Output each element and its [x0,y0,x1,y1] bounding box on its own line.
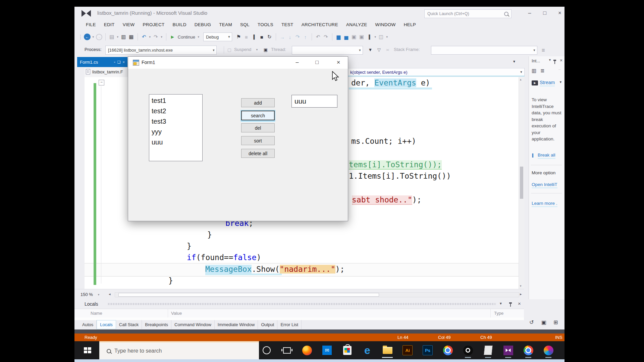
file-explorer-icon[interactable] [382,342,393,358]
scroll-left-icon[interactable]: ◂ [109,292,111,296]
scroll-right-icon[interactable]: ▸ [520,292,522,296]
window-icon[interactable]: ▣ [358,33,365,41]
chevron-down-icon[interactable]: ▾ [97,293,101,296]
debug-config-dropdown[interactable]: Debug▼ [203,33,232,41]
close-button[interactable]: × [333,57,344,67]
chrome-2-icon[interactable] [523,342,534,358]
menu-item-test[interactable]: TEST [277,19,298,30]
listbox[interactable]: test1test2test3yyyuuu [149,94,203,161]
listbox-item[interactable]: yyy [152,127,202,137]
close-icon[interactable]: × [123,60,125,64]
menu-item-help[interactable]: HELP [400,19,420,30]
list-view-icon[interactable]: ≣ [540,68,545,74]
scrollbar-up-icon[interactable]: ▴ [520,78,522,81]
minimize-button[interactable]: – [525,9,534,17]
tab-autos[interactable]: Autos [79,320,97,329]
editor-vertical-scrollbar[interactable]: ▴ ▾ [519,77,524,289]
window-icon[interactable]: ◫ [378,33,385,41]
start-button[interactable] [83,346,93,355]
nav-forward-icon[interactable]: → [96,34,102,40]
taskbar-search-input[interactable] [111,348,259,354]
listbox-item[interactable]: test2 [152,106,202,116]
listbox-item[interactable]: uuu [152,137,202,147]
menu-item-team[interactable]: TEAM [215,19,236,30]
tab-form1-cs[interactable]: Form1.cs ▫ ❑ × [77,57,127,67]
quick-launch-input[interactable] [425,11,504,16]
break-all-link[interactable]: Break all [538,152,555,159]
show-next-icon[interactable]: → [279,33,286,41]
learn-more-link[interactable]: Learn more . [532,200,557,207]
chart-icon[interactable]: ▆ [335,33,342,41]
undo-gray-icon[interactable]: ↶ [315,33,322,41]
menu-item-file[interactable]: FILE [82,19,100,30]
stop-icon[interactable]: ■ [258,33,265,41]
pin-icon[interactable] [510,304,511,307]
pin-icon[interactable] [554,61,555,64]
continue-button[interactable]: Continue [178,35,195,40]
editor-horizontal-scrollbar[interactable] [115,292,519,297]
menu-item-debug[interactable]: DEBUG [191,19,215,30]
filter-funnel-outline-icon[interactable]: ▽ [376,46,382,53]
menu-item-edit[interactable]: EDIT [100,19,119,30]
window-icon[interactable]: ▣ [351,33,358,41]
scrollbar-thumb[interactable] [118,293,379,297]
nav-back-icon[interactable]: ← [84,34,91,40]
tab-locals[interactable]: Locals [97,320,116,329]
close-icon[interactable]: × [560,58,562,63]
menu-item-build[interactable]: BUILD [168,19,190,30]
menu-item-window[interactable]: WINDOW [371,19,400,30]
column-value[interactable]: Value [171,311,182,316]
chevron-down-icon[interactable]: ▼ [559,80,562,84]
column-name[interactable]: Name [91,311,102,316]
close-button[interactable]: × [555,9,565,17]
menu-item-tools[interactable]: TOOLS [254,19,277,30]
del-button[interactable]: del [241,123,275,132]
caret-icon[interactable]: ▾ [385,35,389,39]
float-window-icon[interactable]: ▣ [541,319,546,325]
chrome-icon[interactable] [442,342,453,358]
save-all-icon[interactable]: ▦ [128,33,135,41]
form1-title-bar[interactable]: Form1 – □ × [128,57,348,69]
sort-button[interactable]: sort [241,136,275,145]
menu-item-view[interactable]: VIEW [119,19,139,30]
step-into-icon[interactable]: ↓ [286,33,293,41]
scrollbar-thumb[interactable] [520,167,523,199]
menu-item-analyze[interactable]: ANALYZE [342,19,371,30]
paint3d-icon[interactable] [543,342,554,358]
open-intellitrace-link[interactable]: Open IntelliT [532,182,557,188]
chart-icon[interactable]: ▅ [343,33,350,41]
thread-dropdown[interactable]: ▼ [292,46,363,55]
caret-icon[interactable]: ▾ [148,35,152,39]
history-icon[interactable]: ↺ [529,319,534,325]
pause-icon[interactable]: ∥ [251,33,258,41]
listbox-item[interactable]: test3 [152,116,202,127]
caret-icon[interactable]: ▾ [116,35,120,39]
search-textbox[interactable] [291,95,337,108]
stream-dropdown[interactable]: Stream [540,80,555,86]
maximize-button[interactable]: □ [312,57,322,67]
notepad-icon[interactable] [482,342,494,358]
class-dropdown[interactable]: listbox_tamrin.F [86,69,123,74]
code-fold-toggle[interactable]: − [99,80,104,85]
mail-icon[interactable]: ✉ [321,342,333,358]
continue-play-icon[interactable]: ▶ [169,33,176,41]
menu-item-sql[interactable]: SQL [236,19,254,30]
method-dropdown[interactable]: k(object sender, EventArgs e) ▼ [347,68,525,76]
dock-icon[interactable]: ❑ [117,60,121,64]
store-icon[interactable] [341,342,353,358]
suspend-button[interactable]: Suspend [234,47,251,52]
firefox-icon[interactable] [301,342,313,358]
column-type[interactable]: Type [494,311,503,316]
menu-item-project[interactable]: PROJECT [139,19,168,30]
new-file-icon[interactable]: ▤ [108,33,115,41]
save-icon[interactable]: ▥ [120,33,127,41]
process-dropdown[interactable]: [16628] listbox_tamrin.vshost.exe▼ [105,46,217,55]
filter-funnel-icon[interactable]: ▼ [367,46,374,53]
menu-item-architecture[interactable]: ARCHITECTURE [298,19,342,30]
dock-view-icon[interactable]: ▥ [532,68,536,74]
undo-icon[interactable]: ↶ [141,33,148,41]
grip-icon[interactable]: ┆ [79,35,82,40]
chevron-down-icon[interactable]: ▼ [499,302,502,305]
flag-icon[interactable]: ⚑ [235,33,242,41]
overflow-icon[interactable]: ·· [558,68,561,71]
